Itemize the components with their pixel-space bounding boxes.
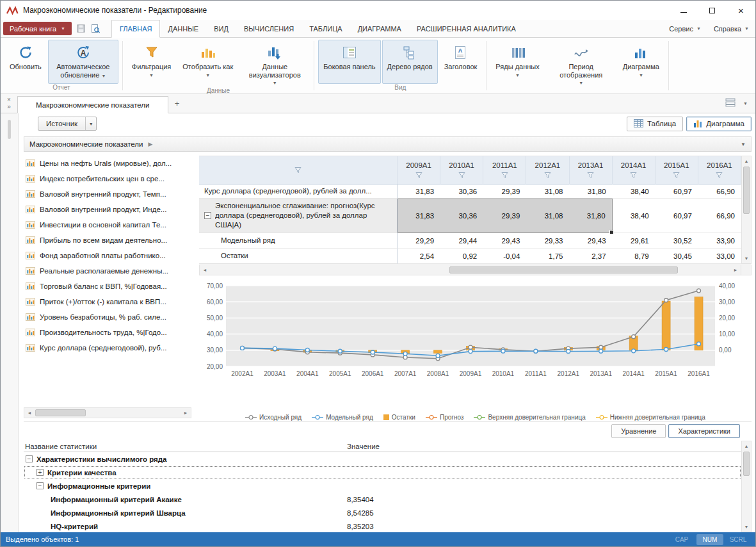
table-cell[interactable]: 38,40 <box>613 199 655 233</box>
ribbon-tab-4[interactable]: ТАБЛИЦА <box>302 20 350 37</box>
table-column-header[interactable]: 2016A1 <box>698 156 741 184</box>
table-column-header[interactable]: 2012A1 <box>526 156 569 184</box>
stats-row[interactable]: HQ-критерий8,35203 <box>24 519 741 532</box>
characteristics-button[interactable]: Характеристики <box>668 424 740 438</box>
table-cell[interactable]: -0,04 <box>483 249 526 264</box>
expand-panel-icon[interactable]: » <box>7 104 11 110</box>
document-tab[interactable]: Макроэкономические показатели <box>17 96 168 113</box>
scrollbar-thumb[interactable] <box>743 452 750 476</box>
sidebar-handle[interactable] <box>8 120 11 139</box>
close-panel-icon[interactable]: × <box>7 97 11 103</box>
table-cell[interactable]: 29,43 <box>483 233 526 249</box>
stats-row[interactable]: Информационный критерий Шварца8,54285 <box>24 506 741 519</box>
filter-icon[interactable] <box>716 172 723 179</box>
save-icon[interactable] <box>74 20 88 37</box>
expand-icon[interactable]: + <box>36 469 44 476</box>
preview-icon[interactable] <box>88 20 102 37</box>
series-tree-item[interactable]: Прибыль по всем видам деятельно... <box>24 233 191 248</box>
table-cell[interactable]: 29,29 <box>398 233 440 249</box>
table-cell[interactable]: 29,39 <box>483 199 526 233</box>
stats-row[interactable]: Информационный критерий Акаике8,35404 <box>24 493 741 506</box>
table-cell[interactable]: 30,36 <box>440 184 483 199</box>
table-cell[interactable]: 29,33 <box>526 233 569 249</box>
series-tree-item[interactable]: Приток (+)/отток (-) капитала к ВВП... <box>24 294 191 309</box>
table-cell[interactable]: 30,36 <box>440 199 483 233</box>
table-cell[interactable]: 33,00 <box>698 249 741 264</box>
series-tree-item[interactable]: Курс доллара (среднегодовой), руб... <box>24 340 191 355</box>
ribbon-tab-5[interactable]: ДИАГРАММА <box>350 20 409 37</box>
table-cell[interactable]: 1,75 <box>526 249 569 264</box>
series-tree-item[interactable]: Торговый баланс к ВВП, %|Годовая... <box>24 279 191 294</box>
scroll-up-icon[interactable]: ▲ <box>741 441 752 451</box>
stats-row[interactable]: −Характеристики вычислимого ряда <box>24 452 741 466</box>
filter-icon[interactable] <box>501 172 508 179</box>
ribbon-tab-3[interactable]: ВЫЧИСЛЕНИЯ <box>236 20 302 37</box>
table-cell[interactable]: 66,90 <box>698 199 741 233</box>
side-panel-button[interactable]: Боковая панель <box>318 40 380 84</box>
maximize-button[interactable] <box>698 1 727 20</box>
table-cell[interactable]: 31,08 <box>526 199 569 233</box>
table-cell[interactable]: 29,44 <box>440 233 483 249</box>
series-tree-item[interactable]: Инвестиции в основной капитал Те... <box>24 217 191 233</box>
filter-icon[interactable] <box>458 172 465 179</box>
series-tree-item[interactable]: Валовой внутренний продукт, Инде... <box>24 202 191 217</box>
table-column-header[interactable]: 2015A1 <box>655 156 698 184</box>
table-cell[interactable]: 2,54 <box>398 249 440 264</box>
series-tree-item[interactable]: Индекс потребительских цен в сре... <box>24 171 191 186</box>
table-column-header[interactable]: 2011A1 <box>483 156 526 184</box>
table-cell[interactable]: 66,90 <box>698 184 741 199</box>
table-view-button[interactable]: Таблица <box>627 117 683 131</box>
scrollbar-thumb[interactable] <box>35 409 86 416</box>
table-cell[interactable]: 38,40 <box>613 184 655 199</box>
source-dropdown-icon[interactable]: ▼ <box>85 117 96 130</box>
data-series-button[interactable]: Ряды данных ▼ <box>490 40 544 87</box>
collapse-icon[interactable]: − <box>36 482 44 489</box>
filter-icon[interactable] <box>415 172 422 179</box>
filter-icon[interactable] <box>673 172 680 179</box>
table-cell[interactable]: 31,80 <box>570 184 613 199</box>
table-cell[interactable]: 30,45 <box>655 249 698 264</box>
ribbon-tab-6[interactable]: РАСШИРЕННАЯ АНАЛИТИКА <box>409 20 524 37</box>
table-cell[interactable]: 29,61 <box>613 233 655 249</box>
panel-header[interactable]: Макроэкономические показатели ▶ ▼ <box>24 136 752 152</box>
scroll-left-icon[interactable]: ◄ <box>24 408 35 418</box>
service-menu[interactable]: Сервис▼ <box>669 25 701 33</box>
table-row-header[interactable]: −Экспоненциальное сглаживание: прогноз(К… <box>199 199 398 233</box>
display-period-button[interactable]: Период отображения ▼ <box>546 40 616 87</box>
refresh-button[interactable]: Обновить <box>4 40 47 84</box>
table-corner-header[interactable] <box>199 156 398 184</box>
filter-icon[interactable] <box>587 172 594 179</box>
equation-button[interactable]: Уравнение <box>611 424 666 438</box>
table-cell[interactable]: 30,52 <box>655 233 698 249</box>
scrollbar-thumb[interactable] <box>449 266 678 274</box>
table-column-header[interactable]: 2010A1 <box>440 156 483 184</box>
table-cell[interactable]: 0,92 <box>440 249 483 264</box>
scroll-down-icon[interactable]: ▼ <box>741 522 752 532</box>
collapsed-sidebar[interactable] <box>1 113 19 532</box>
table-cell[interactable]: 33,90 <box>698 233 741 249</box>
workbook-menu-button[interactable]: Рабочая книга▼ <box>3 22 72 35</box>
chart-view-button[interactable]: Диаграмма <box>686 117 752 131</box>
stats-row[interactable]: −Информационные критерии <box>24 479 741 493</box>
filter-icon[interactable] <box>544 172 551 179</box>
series-tree-item[interactable]: Фонд заработной платы работнико... <box>24 248 191 263</box>
scroll-left-icon[interactable]: ◄ <box>200 265 210 275</box>
scrollbar-thumb[interactable] <box>743 167 750 214</box>
filter-icon[interactable] <box>630 172 637 179</box>
source-button[interactable]: Источник ▼ <box>38 117 97 131</box>
table-cell[interactable]: 2,37 <box>570 249 613 264</box>
header-button[interactable]: A Заголовок <box>439 40 483 84</box>
panel-dropdown-icon[interactable]: ▼ <box>741 142 746 147</box>
chart-button[interactable]: Диаграмма ▼ <box>618 40 664 87</box>
table-hscrollbar[interactable]: ◄ ► <box>199 265 741 275</box>
ribbon-tab-1[interactable]: ДАННЫЕ <box>160 20 206 37</box>
table-cell[interactable]: 31,80 <box>570 199 613 233</box>
table-cell[interactable]: 29,39 <box>483 184 526 199</box>
scroll-up-icon[interactable]: ▲ <box>741 156 752 166</box>
table-cell[interactable]: 60,97 <box>655 199 698 233</box>
series-tree-item[interactable]: Валовой внутренний продукт, Темп... <box>24 186 191 202</box>
collapse-icon[interactable]: − <box>26 455 33 462</box>
series-tree-item[interactable]: Производительность труда, %|Годо... <box>24 325 191 340</box>
table-column-header[interactable]: 2013A1 <box>570 156 613 184</box>
chart-canvas[interactable]: 70,0060,0050,0040,0030,0020,0040,0030,00… <box>199 282 752 410</box>
